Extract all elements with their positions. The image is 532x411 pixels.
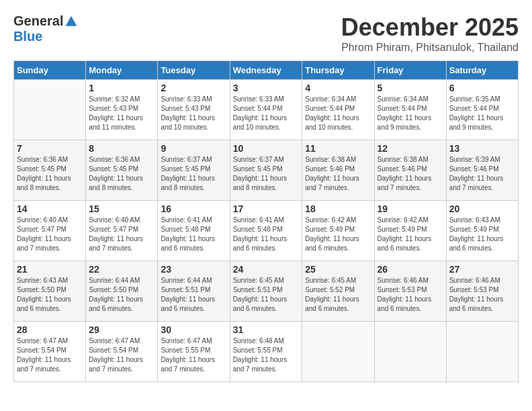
calendar-cell: 4Sunrise: 6:34 AMSunset: 5:44 PMDaylight… [302, 80, 374, 140]
calendar-cell [446, 322, 518, 382]
calendar-cell: 15Sunrise: 6:40 AMSunset: 5:47 PMDayligh… [86, 201, 158, 261]
day-info: Sunrise: 6:39 AMSunset: 5:46 PMDaylight:… [449, 155, 515, 193]
day-info: Sunrise: 6:35 AMSunset: 5:44 PMDaylight:… [449, 95, 515, 132]
day-number: 4 [305, 83, 371, 93]
calendar-cell: 21Sunrise: 6:43 AMSunset: 5:50 PMDayligh… [14, 261, 86, 322]
calendar-cell: 9Sunrise: 6:37 AMSunset: 5:45 PMDaylight… [158, 140, 230, 201]
page-header: General Blue December 2025 Phrom Phiram,… [13, 13, 519, 54]
calendar-cell: 14Sunrise: 6:40 AMSunset: 5:47 PMDayligh… [14, 201, 86, 261]
calendar-cell: 13Sunrise: 6:39 AMSunset: 5:46 PMDayligh… [446, 140, 518, 201]
day-info: Sunrise: 6:46 AMSunset: 5:53 PMDaylight:… [449, 276, 515, 314]
day-info: Sunrise: 6:36 AMSunset: 5:45 PMDaylight:… [89, 155, 154, 193]
calendar-cell: 19Sunrise: 6:42 AMSunset: 5:49 PMDayligh… [374, 201, 446, 261]
day-number: 2 [161, 83, 226, 93]
calendar-cell: 25Sunrise: 6:45 AMSunset: 5:52 PMDayligh… [302, 261, 374, 322]
calendar-header-tuesday: Tuesday [158, 61, 230, 80]
day-number: 9 [161, 143, 226, 154]
day-number: 5 [378, 83, 443, 93]
calendar-cell: 2Sunrise: 6:33 AMSunset: 5:43 PMDaylight… [158, 80, 230, 140]
day-info: Sunrise: 6:47 AMSunset: 5:54 PMDaylight:… [89, 336, 154, 374]
day-info: Sunrise: 6:38 AMSunset: 5:46 PMDaylight:… [378, 155, 443, 193]
calendar-cell: 22Sunrise: 6:44 AMSunset: 5:50 PMDayligh… [86, 261, 158, 322]
day-number: 29 [89, 324, 154, 335]
day-info: Sunrise: 6:40 AMSunset: 5:47 PMDaylight:… [89, 216, 154, 253]
logo-icon [64, 15, 78, 28]
calendar-header-thursday: Thursday [302, 61, 374, 80]
day-number: 13 [449, 143, 515, 154]
calendar-week-row: 28Sunrise: 6:47 AMSunset: 5:54 PMDayligh… [14, 322, 519, 382]
day-info: Sunrise: 6:38 AMSunset: 5:46 PMDaylight:… [305, 155, 371, 193]
day-number: 26 [378, 264, 443, 275]
day-info: Sunrise: 6:45 AMSunset: 5:51 PMDaylight:… [233, 276, 300, 314]
calendar-cell: 5Sunrise: 6:34 AMSunset: 5:44 PMDaylight… [374, 80, 446, 140]
calendar-cell: 29Sunrise: 6:47 AMSunset: 5:54 PMDayligh… [86, 322, 158, 382]
day-info: Sunrise: 6:48 AMSunset: 5:55 PMDaylight:… [233, 336, 300, 374]
day-info: Sunrise: 6:34 AMSunset: 5:44 PMDaylight:… [378, 95, 443, 132]
calendar-cell: 24Sunrise: 6:45 AMSunset: 5:51 PMDayligh… [230, 261, 302, 322]
calendar-cell [14, 80, 86, 140]
logo: General Blue [13, 13, 78, 44]
day-number: 20 [449, 203, 515, 214]
day-info: Sunrise: 6:47 AMSunset: 5:54 PMDaylight:… [17, 336, 83, 374]
day-number: 12 [378, 143, 443, 154]
day-number: 8 [89, 143, 154, 154]
day-number: 11 [305, 143, 371, 154]
title-section: December 2025 Phrom Phiram, Phitsanulok,… [341, 13, 519, 54]
calendar-cell: 6Sunrise: 6:35 AMSunset: 5:44 PMDaylight… [446, 80, 518, 140]
day-number: 3 [233, 83, 300, 93]
day-number: 16 [161, 203, 226, 214]
calendar-header-row: SundayMondayTuesdayWednesdayThursdayFrid… [14, 61, 519, 80]
calendar-week-row: 1Sunrise: 6:32 AMSunset: 5:43 PMDaylight… [14, 80, 519, 140]
day-number: 30 [161, 324, 226, 335]
calendar-header-friday: Friday [374, 61, 446, 80]
day-info: Sunrise: 6:33 AMSunset: 5:44 PMDaylight:… [233, 95, 300, 132]
calendar-cell: 17Sunrise: 6:41 AMSunset: 5:48 PMDayligh… [230, 201, 302, 261]
day-info: Sunrise: 6:44 AMSunset: 5:51 PMDaylight:… [161, 276, 226, 314]
day-info: Sunrise: 6:32 AMSunset: 5:43 PMDaylight:… [89, 95, 154, 132]
calendar-header-sunday: Sunday [14, 61, 86, 80]
day-info: Sunrise: 6:40 AMSunset: 5:47 PMDaylight:… [17, 216, 83, 253]
day-info: Sunrise: 6:33 AMSunset: 5:43 PMDaylight:… [161, 95, 226, 132]
calendar-header-saturday: Saturday [446, 61, 518, 80]
calendar-week-row: 7Sunrise: 6:36 AMSunset: 5:45 PMDaylight… [14, 140, 519, 201]
calendar-cell: 10Sunrise: 6:37 AMSunset: 5:45 PMDayligh… [230, 140, 302, 201]
calendar-header-monday: Monday [86, 61, 158, 80]
calendar-cell [302, 322, 374, 382]
calendar-cell: 18Sunrise: 6:42 AMSunset: 5:49 PMDayligh… [302, 201, 374, 261]
day-number: 24 [233, 264, 300, 275]
calendar-cell: 31Sunrise: 6:48 AMSunset: 5:55 PMDayligh… [230, 322, 302, 382]
day-info: Sunrise: 6:45 AMSunset: 5:52 PMDaylight:… [305, 276, 371, 314]
day-number: 10 [233, 143, 300, 154]
day-info: Sunrise: 6:43 AMSunset: 5:49 PMDaylight:… [449, 216, 515, 253]
location-subtitle: Phrom Phiram, Phitsanulok, Thailand [341, 42, 519, 54]
calendar-cell: 3Sunrise: 6:33 AMSunset: 5:44 PMDaylight… [230, 80, 302, 140]
day-number: 22 [89, 264, 154, 275]
day-info: Sunrise: 6:37 AMSunset: 5:45 PMDaylight:… [161, 155, 226, 193]
logo-general-text: General [13, 13, 63, 29]
calendar-cell: 8Sunrise: 6:36 AMSunset: 5:45 PMDaylight… [86, 140, 158, 201]
day-number: 21 [17, 264, 83, 275]
day-info: Sunrise: 6:44 AMSunset: 5:50 PMDaylight:… [89, 276, 154, 314]
day-info: Sunrise: 6:42 AMSunset: 5:49 PMDaylight:… [378, 216, 443, 253]
day-number: 28 [17, 324, 83, 335]
day-info: Sunrise: 6:41 AMSunset: 5:48 PMDaylight:… [161, 216, 226, 253]
day-info: Sunrise: 6:34 AMSunset: 5:44 PMDaylight:… [305, 95, 371, 132]
calendar-cell: 12Sunrise: 6:38 AMSunset: 5:46 PMDayligh… [374, 140, 446, 201]
calendar-cell: 26Sunrise: 6:46 AMSunset: 5:53 PMDayligh… [374, 261, 446, 322]
day-number: 18 [305, 203, 371, 214]
calendar-cell: 30Sunrise: 6:47 AMSunset: 5:55 PMDayligh… [158, 322, 230, 382]
day-info: Sunrise: 6:43 AMSunset: 5:50 PMDaylight:… [17, 276, 83, 314]
day-number: 31 [233, 324, 300, 335]
day-number: 23 [161, 264, 226, 275]
calendar-cell: 27Sunrise: 6:46 AMSunset: 5:53 PMDayligh… [446, 261, 518, 322]
day-number: 7 [17, 143, 83, 154]
calendar-header-wednesday: Wednesday [230, 61, 302, 80]
day-number: 14 [17, 203, 83, 214]
calendar-cell: 28Sunrise: 6:47 AMSunset: 5:54 PMDayligh… [14, 322, 86, 382]
day-info: Sunrise: 6:37 AMSunset: 5:45 PMDaylight:… [233, 155, 300, 193]
calendar-week-row: 14Sunrise: 6:40 AMSunset: 5:47 PMDayligh… [14, 201, 519, 261]
day-number: 1 [89, 83, 154, 93]
calendar-cell [374, 322, 446, 382]
month-title: December 2025 [341, 13, 519, 42]
day-number: 17 [233, 203, 300, 214]
